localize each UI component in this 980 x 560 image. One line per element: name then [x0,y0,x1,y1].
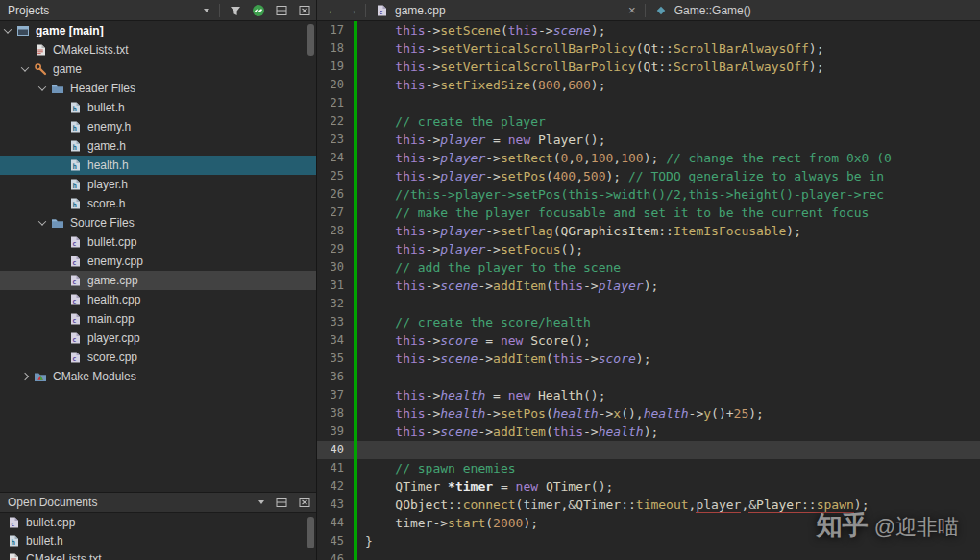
open-document-label: bullet.h [26,534,63,548]
line-number[interactable]: 40 [317,441,354,459]
line-number[interactable]: 43 [317,496,354,514]
projects-sidebar: game [main]CMakeLists.txtgameHeader File… [0,21,317,560]
line-number[interactable]: 20 [317,76,354,94]
code-line-41: 41 // spawn enemies [317,459,980,477]
tree-item-cmake-modules[interactable]: CMake Modules [0,367,316,386]
tree-item-label: bullet.h [87,101,125,114]
line-number[interactable]: 26 [317,185,354,204]
line-number[interactable]: 42 [317,477,354,496]
svg-text:c: c [72,355,76,363]
tree-item-main-cpp[interactable]: cmain.cpp [0,309,316,329]
tree-item-game-h[interactable]: hgame.h [0,136,316,156]
code-text: this->health->setPos(health->x(),health-… [357,404,980,423]
line-number[interactable]: 41 [317,459,354,477]
code-line-24: 24 this->player->setRect(0,0,100,100); /… [317,149,980,167]
symbol-selector[interactable]: Game::Game() [674,4,751,17]
go-forward-icon[interactable]: → [342,3,361,17]
filter-icon[interactable] [224,0,247,21]
code-text [357,441,980,459]
open-document-selector[interactable]: game.cpp [395,4,446,17]
line-number[interactable]: 22 [317,112,354,131]
line-number[interactable]: 35 [317,350,354,368]
line-number[interactable]: 27 [317,204,354,222]
tree-item-game-main-[interactable]: game [main] [0,21,316,40]
tree-item-player-cpp[interactable]: cplayer.cpp [0,329,316,348]
tree-item-player-h[interactable]: hplayer.h [0,175,316,194]
line-number[interactable]: 32 [317,295,354,313]
line-number[interactable]: 17 [317,21,354,39]
line-number[interactable]: 21 [317,94,354,112]
svg-text:c: c [72,240,76,248]
code-text [357,295,980,313]
go-back-icon[interactable]: ← [323,3,342,17]
line-number[interactable]: 39 [317,423,354,441]
line-number[interactable]: 34 [317,331,354,350]
line-number[interactable]: 45 [317,532,354,550]
collapse-icon[interactable] [4,25,12,33]
split-panel-icon[interactable] [270,492,293,513]
code-line-23: 23 this->player = new Player(); [317,131,980,149]
open-documents-panel: Open Documents cbullet.cpphbullet.hCMake… [0,492,316,560]
open-document-cmakelists-txt[interactable]: CMakeLists.txt [0,549,316,560]
tree-item-source-files[interactable]: Source Files [0,213,316,232]
code-editor[interactable]: 17 this->setScene(this->scene);18 this->… [317,21,980,560]
tree-item-enemy-cpp[interactable]: cenemy.cpp [0,252,316,271]
expand-icon[interactable] [21,373,29,380]
code-line-30: 30 // add the player to the scene [317,258,980,277]
close-document-icon[interactable]: × [624,3,641,17]
line-number[interactable]: 37 [317,386,354,404]
tree-item-health-cpp[interactable]: chealth.cpp [0,290,316,309]
sync-with-editor-icon[interactable] [247,0,270,21]
tree-item-cmakelists-txt[interactable]: CMakeLists.txt [0,40,316,60]
tree-item-header-files[interactable]: Header Files [0,79,316,98]
tree-item-bullet-h[interactable]: hbullet.h [0,98,316,117]
tree-item-score-h[interactable]: hscore.h [0,194,316,213]
svg-text:h: h [73,124,78,133]
tree-item-label: Source Files [70,216,135,230]
collapse-icon[interactable] [38,83,46,90]
tree-item-game-cpp[interactable]: cgame.cpp [0,271,316,290]
collapse-icon[interactable] [38,217,46,225]
tree-item-bullet-cpp[interactable]: cbullet.cpp [0,232,316,252]
collapse-icon[interactable] [21,63,29,71]
cpp-file-icon: c [67,234,83,250]
code-text: this->score = new Score(); [357,331,980,350]
svg-text:c: c [72,336,76,344]
split-panel-icon[interactable] [270,0,293,21]
line-number[interactable]: 25 [317,167,354,185]
line-number[interactable]: 36 [317,368,354,386]
line-number[interactable]: 19 [317,58,354,76]
line-number[interactable]: 46 [317,550,354,560]
tree-item-label: game [main] [36,24,104,37]
tree-item-game[interactable]: game [0,60,316,79]
tree-item-enemy-h[interactable]: henemy.h [0,117,316,136]
line-number[interactable]: 33 [317,313,354,331]
line-number[interactable]: 23 [317,131,354,149]
tree-scrollbar-thumb[interactable] [307,24,314,56]
line-number[interactable]: 44 [317,514,354,532]
line-number[interactable]: 38 [317,404,354,423]
code-line-25: 25 this->player->setPos(400,500); // TOD… [317,167,980,185]
svg-text:h: h [73,105,78,113]
line-number[interactable]: 18 [317,39,354,58]
line-number[interactable]: 30 [317,258,354,277]
h-file-icon: h [67,158,83,173]
open-documents-caret-icon[interactable] [258,500,264,504]
tree-item-health-h[interactable]: hhealth.h [0,156,316,175]
svg-text:h: h [73,162,78,171]
open-documents-scrollbar-thumb[interactable] [307,517,314,548]
project-tree: game [main]CMakeLists.txtgameHeader File… [0,21,316,386]
h-file-icon: h [67,177,83,192]
tree-item-score-cpp[interactable]: cscore.cpp [0,348,316,367]
line-number[interactable]: 24 [317,149,354,167]
open-document-bullet-h[interactable]: hbullet.h [0,531,316,549]
close-panel-icon[interactable] [293,492,316,513]
open-document-bullet-cpp[interactable]: cbullet.cpp [0,513,316,531]
line-number[interactable]: 29 [317,240,354,258]
code-text: // spawn enemies [357,459,980,477]
close-panel-icon[interactable] [293,0,316,21]
line-number[interactable]: 28 [317,222,354,240]
line-number[interactable]: 31 [317,277,354,295]
tree-item-label: CMake Modules [53,370,136,383]
projects-combo-caret-icon[interactable] [204,9,209,12]
